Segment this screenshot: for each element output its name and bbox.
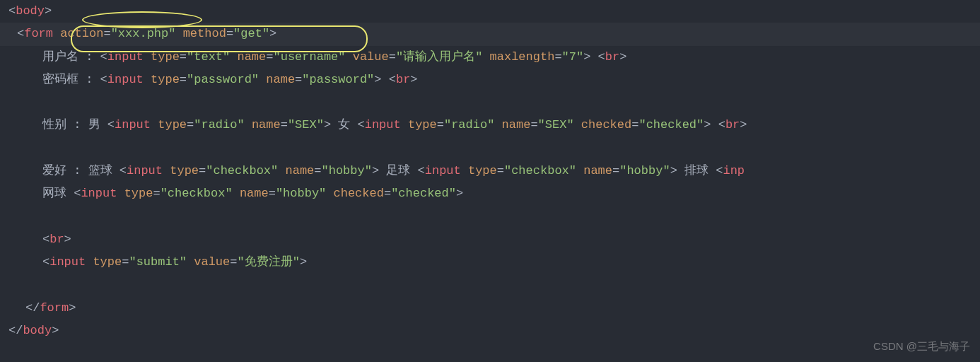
- code-line-empty: [8, 206, 980, 228]
- code-line: 网球 <input type="checkbox" name="hobby" c…: [8, 182, 980, 205]
- code-line: </body>: [8, 320, 980, 342]
- code-line: 用户名 : <input type="text" name="username"…: [8, 46, 980, 69]
- code-editor[interactable]: <body> <form action="xxx.php" method="ge…: [0, 0, 980, 342]
- code-line: <body>: [8, 0, 980, 23]
- code-line: 性别 : 男 <input type="radio" name="SEX"> 女…: [8, 114, 980, 136]
- code-line: 爱好 : 篮球 <input type="checkbox" name="hob…: [8, 160, 980, 182]
- code-line: <br>: [8, 228, 980, 251]
- code-line: 密码框 : <input type="password" name="passw…: [8, 69, 980, 91]
- code-line: <input type="submit" value="免费注册">: [8, 251, 980, 274]
- code-line-empty: [8, 274, 980, 297]
- watermark: CSDN @三毛与海子: [873, 337, 970, 357]
- code-line-empty: [8, 137, 980, 160]
- code-line-empty: [8, 91, 980, 114]
- code-line-highlighted: <form action="xxx.php" method="get">: [0, 23, 980, 45]
- code-line: </form>: [8, 297, 980, 320]
